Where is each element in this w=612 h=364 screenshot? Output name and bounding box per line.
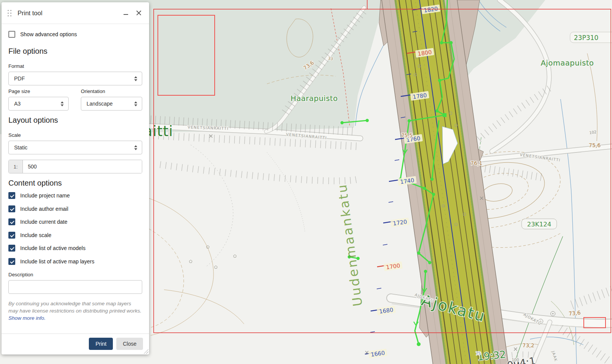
drag-handle-icon[interactable] xyxy=(8,10,12,16)
parcel-label-23p310: 23P310 xyxy=(570,32,612,43)
show-advanced-toggle[interactable]: Show advanced options xyxy=(8,31,142,38)
license-disclaimer: By continuing you acknowledge that some … xyxy=(8,300,142,322)
format-select[interactable]: PDF xyxy=(8,72,142,85)
scale-value: Static xyxy=(14,144,134,151)
checkbox-label: Include current date xyxy=(20,219,67,225)
checkbox-label: Include list of active models xyxy=(20,245,85,251)
print-button[interactable]: Print xyxy=(89,338,113,350)
svg-text:23P310: 23P310 xyxy=(574,34,598,42)
resize-grip[interactable] xyxy=(144,349,148,354)
dialog-body: Show advanced options File options Forma… xyxy=(2,24,149,334)
elevation-label: 76,1 xyxy=(471,160,482,166)
show-more-info-link[interactable]: Show more info. xyxy=(8,315,46,321)
close-icon xyxy=(136,10,141,16)
elevation-label: 33 xyxy=(328,56,333,61)
close-dialog-button[interactable]: Close xyxy=(116,338,143,350)
scale-ratio-field: 1: xyxy=(8,160,142,173)
spacer xyxy=(8,322,142,334)
checkbox-checked-icon[interactable] xyxy=(8,258,15,265)
checkbox-unchecked-icon[interactable] xyxy=(8,31,15,38)
select-arrows-icon xyxy=(134,145,137,150)
checkbox-include-author-email[interactable]: Include author email xyxy=(8,205,142,212)
place-label-ajomaapuisto: Ajomaapuisto xyxy=(541,59,594,67)
show-advanced-label: Show advanced options xyxy=(20,31,77,37)
svg-text:23K124: 23K124 xyxy=(527,221,551,228)
checkbox-checked-icon[interactable] xyxy=(8,192,15,199)
elevation-label: 75 xyxy=(476,351,481,356)
select-arrows-icon xyxy=(61,101,64,106)
checkbox-include-scale[interactable]: Include scale xyxy=(8,232,142,239)
dialog-header: Print tool xyxy=(2,2,149,24)
section-content-options: Content options xyxy=(8,179,142,188)
orientation-label: Orientation xyxy=(81,88,142,94)
checkbox-label: Include author email xyxy=(20,206,68,212)
minimize-button[interactable] xyxy=(121,8,131,18)
checkbox-include-project-name[interactable]: Include project name xyxy=(8,192,142,199)
section-file-options: File options xyxy=(8,47,142,56)
select-arrows-icon xyxy=(134,76,137,81)
minimize-icon xyxy=(124,14,128,15)
scale-label: Scale xyxy=(8,132,142,138)
elevation-label: 100 xyxy=(512,358,519,362)
page-size-value: A3 xyxy=(14,101,61,107)
scale-ratio-input[interactable] xyxy=(23,160,142,173)
description-label: Description xyxy=(8,272,142,277)
checkbox-checked-icon[interactable] xyxy=(8,245,15,252)
checkbox-label: Include list of active map layers xyxy=(20,258,95,265)
scale-ratio-prefix: 1: xyxy=(9,160,23,173)
page-size-label: Page size xyxy=(8,88,69,94)
checkbox-include-active-models[interactable]: Include list of active models xyxy=(8,245,142,252)
checkbox-include-current-date[interactable]: Include current date xyxy=(8,218,142,225)
elevation-label: 75,5 xyxy=(401,132,413,138)
checkbox-checked-icon[interactable] xyxy=(8,218,15,225)
close-button[interactable] xyxy=(134,8,144,18)
checkbox-include-active-map-layers[interactable]: Include list of active map layers xyxy=(8,258,142,265)
place-label-haarapuisto: Haarapuisto xyxy=(291,94,338,103)
format-value: PDF xyxy=(14,75,134,82)
description-input[interactable] xyxy=(8,280,142,294)
scale-select[interactable]: Static xyxy=(8,141,142,154)
orientation-select[interactable]: Landscape xyxy=(81,97,142,111)
print-tool-dialog: Print tool Show advanced options File op… xyxy=(2,2,149,354)
checkbox-checked-icon[interactable] xyxy=(8,205,15,212)
dialog-footer: Print Close xyxy=(2,334,149,354)
page-size-select[interactable]: A3 xyxy=(8,97,69,111)
elevation-label: 73,2 xyxy=(522,342,534,348)
dialog-title: Print tool xyxy=(18,10,118,17)
orientation-value: Landscape xyxy=(87,101,134,107)
select-arrows-icon xyxy=(134,101,137,106)
parcel-label-23k124: 23K124 xyxy=(522,219,557,229)
section-layout-options: Layout options xyxy=(8,116,142,125)
elevation-label: 75,6 xyxy=(589,142,601,148)
elevation-label: 73,6 xyxy=(569,309,581,317)
checkbox-label: Include project name xyxy=(20,192,70,199)
checkbox-label: Include scale xyxy=(20,232,51,238)
format-label: Format xyxy=(8,63,142,69)
disclaimer-text: By continuing you acknowledge that some … xyxy=(8,301,141,314)
checkbox-checked-icon[interactable] xyxy=(8,232,15,239)
